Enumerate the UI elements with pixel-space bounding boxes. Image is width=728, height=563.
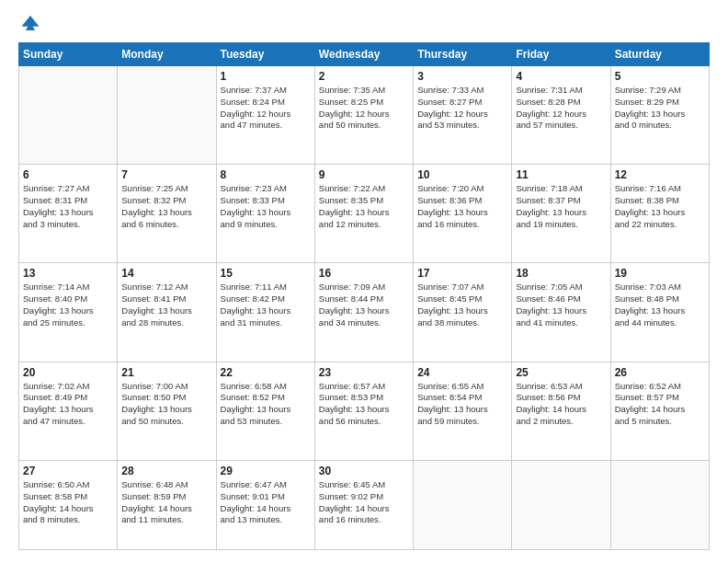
calendar-cell: 16Sunrise: 7:09 AM Sunset: 8:44 PM Dayli… [314, 263, 413, 362]
day-info: Sunrise: 7:16 AM Sunset: 8:38 PM Dayligh… [615, 183, 705, 230]
calendar-cell: 2Sunrise: 7:35 AM Sunset: 8:25 PM Daylig… [314, 66, 413, 165]
calendar-cell: 8Sunrise: 7:23 AM Sunset: 8:33 PM Daylig… [216, 165, 314, 263]
day-of-week-header: Tuesday [216, 43, 314, 66]
calendar-cell: 22Sunrise: 6:58 AM Sunset: 8:52 PM Dayli… [216, 362, 314, 460]
day-number: 1 [221, 70, 311, 83]
day-info: Sunrise: 7:09 AM Sunset: 8:44 PM Dayligh… [319, 282, 409, 328]
day-number: 24 [417, 366, 507, 379]
calendar-cell: 27Sunrise: 6:50 AM Sunset: 8:58 PM Dayli… [19, 460, 118, 549]
calendar-week-row: 20Sunrise: 7:02 AM Sunset: 8:49 PM Dayli… [19, 362, 710, 460]
header [18, 17, 710, 33]
day-info: Sunrise: 7:07 AM Sunset: 8:45 PM Dayligh… [417, 282, 507, 328]
calendar-cell: 17Sunrise: 7:07 AM Sunset: 8:45 PM Dayli… [414, 263, 512, 362]
calendar-week-row: 27Sunrise: 6:50 AM Sunset: 8:58 PM Dayli… [19, 460, 710, 549]
day-info: Sunrise: 7:31 AM Sunset: 8:28 PM Dayligh… [516, 85, 606, 132]
calendar-cell [610, 460, 709, 549]
calendar-cell [118, 66, 216, 165]
day-info: Sunrise: 7:00 AM Sunset: 8:50 PM Dayligh… [121, 381, 211, 428]
day-number: 27 [23, 465, 113, 477]
day-of-week-header: Sunday [19, 43, 118, 66]
day-info: Sunrise: 7:03 AM Sunset: 8:48 PM Dayligh… [615, 282, 705, 328]
calendar-cell: 20Sunrise: 7:02 AM Sunset: 8:49 PM Dayli… [19, 362, 118, 460]
calendar-cell: 6Sunrise: 7:27 AM Sunset: 8:31 PM Daylig… [19, 165, 118, 263]
day-info: Sunrise: 7:02 AM Sunset: 8:49 PM Dayligh… [23, 381, 113, 428]
day-number: 7 [121, 168, 211, 181]
day-number: 17 [417, 267, 507, 280]
day-number: 9 [319, 168, 409, 181]
day-info: Sunrise: 7:18 AM Sunset: 8:37 PM Dayligh… [516, 183, 606, 230]
day-info: Sunrise: 6:52 AM Sunset: 8:57 PM Dayligh… [615, 381, 705, 428]
calendar-cell: 13Sunrise: 7:14 AM Sunset: 8:40 PM Dayli… [19, 263, 118, 362]
calendar-cell: 11Sunrise: 7:18 AM Sunset: 8:37 PM Dayli… [512, 165, 610, 263]
day-number: 6 [23, 168, 113, 181]
day-info: Sunrise: 7:27 AM Sunset: 8:31 PM Dayligh… [23, 183, 113, 230]
calendar-cell: 15Sunrise: 7:11 AM Sunset: 8:42 PM Dayli… [216, 263, 314, 362]
day-of-week-header: Thursday [414, 43, 512, 66]
day-info: Sunrise: 6:45 AM Sunset: 9:02 PM Dayligh… [319, 479, 409, 526]
day-info: Sunrise: 7:20 AM Sunset: 8:36 PM Dayligh… [417, 183, 507, 230]
day-info: Sunrise: 6:53 AM Sunset: 8:56 PM Dayligh… [516, 381, 606, 428]
day-number: 22 [221, 366, 311, 379]
calendar-cell [19, 66, 118, 165]
calendar-cell: 9Sunrise: 7:22 AM Sunset: 8:35 PM Daylig… [314, 165, 413, 263]
day-info: Sunrise: 7:25 AM Sunset: 8:32 PM Dayligh… [121, 183, 211, 230]
calendar-cell: 23Sunrise: 6:57 AM Sunset: 8:53 PM Dayli… [314, 362, 413, 460]
day-info: Sunrise: 6:50 AM Sunset: 8:58 PM Dayligh… [23, 479, 113, 526]
calendar-cell: 19Sunrise: 7:03 AM Sunset: 8:48 PM Dayli… [610, 263, 709, 362]
calendar-cell: 24Sunrise: 6:55 AM Sunset: 8:54 PM Dayli… [414, 362, 512, 460]
calendar-cell: 29Sunrise: 6:47 AM Sunset: 9:01 PM Dayli… [216, 460, 314, 549]
calendar-cell: 7Sunrise: 7:25 AM Sunset: 8:32 PM Daylig… [118, 165, 216, 263]
day-info: Sunrise: 7:33 AM Sunset: 8:27 PM Dayligh… [417, 85, 507, 132]
calendar-table: SundayMondayTuesdayWednesdayThursdayFrid… [18, 42, 710, 550]
calendar-cell: 12Sunrise: 7:16 AM Sunset: 8:38 PM Dayli… [610, 165, 709, 263]
calendar-cell: 21Sunrise: 7:00 AM Sunset: 8:50 PM Dayli… [118, 362, 216, 460]
calendar-header-row: SundayMondayTuesdayWednesdayThursdayFrid… [19, 43, 710, 66]
logo [18, 17, 40, 33]
calendar-cell [512, 460, 610, 549]
day-number: 4 [516, 70, 606, 83]
day-info: Sunrise: 7:05 AM Sunset: 8:46 PM Dayligh… [516, 282, 606, 328]
day-number: 28 [121, 465, 211, 477]
day-number: 25 [516, 366, 606, 379]
day-number: 23 [319, 366, 409, 379]
day-of-week-header: Wednesday [314, 43, 413, 66]
page: SundayMondayTuesdayWednesdayThursdayFrid… [0, 0, 728, 563]
day-info: Sunrise: 6:58 AM Sunset: 8:52 PM Dayligh… [221, 381, 311, 428]
calendar-cell: 5Sunrise: 7:29 AM Sunset: 8:29 PM Daylig… [610, 66, 709, 165]
day-number: 26 [615, 366, 705, 379]
day-number: 5 [615, 70, 705, 83]
calendar-cell: 28Sunrise: 6:48 AM Sunset: 8:59 PM Dayli… [118, 460, 216, 549]
day-info: Sunrise: 6:47 AM Sunset: 9:01 PM Dayligh… [221, 479, 311, 526]
logo-icon [20, 13, 40, 33]
day-number: 15 [221, 267, 311, 280]
day-info: Sunrise: 7:23 AM Sunset: 8:33 PM Dayligh… [221, 183, 311, 230]
day-number: 21 [121, 366, 211, 379]
calendar-week-row: 1Sunrise: 7:37 AM Sunset: 8:24 PM Daylig… [19, 66, 710, 165]
day-number: 3 [417, 70, 507, 83]
day-info: Sunrise: 7:12 AM Sunset: 8:41 PM Dayligh… [121, 282, 211, 328]
day-of-week-header: Monday [118, 43, 216, 66]
calendar-cell: 18Sunrise: 7:05 AM Sunset: 8:46 PM Dayli… [512, 263, 610, 362]
day-info: Sunrise: 7:29 AM Sunset: 8:29 PM Dayligh… [615, 85, 705, 132]
day-info: Sunrise: 7:11 AM Sunset: 8:42 PM Dayligh… [221, 282, 311, 328]
calendar-cell: 4Sunrise: 7:31 AM Sunset: 8:28 PM Daylig… [512, 66, 610, 165]
day-info: Sunrise: 7:14 AM Sunset: 8:40 PM Dayligh… [23, 282, 113, 328]
day-info: Sunrise: 7:22 AM Sunset: 8:35 PM Dayligh… [319, 183, 409, 230]
calendar-cell: 30Sunrise: 6:45 AM Sunset: 9:02 PM Dayli… [314, 460, 413, 549]
calendar-cell: 26Sunrise: 6:52 AM Sunset: 8:57 PM Dayli… [610, 362, 709, 460]
day-info: Sunrise: 6:57 AM Sunset: 8:53 PM Dayligh… [319, 381, 409, 428]
calendar-cell: 25Sunrise: 6:53 AM Sunset: 8:56 PM Dayli… [512, 362, 610, 460]
calendar-cell [414, 460, 512, 549]
day-info: Sunrise: 6:55 AM Sunset: 8:54 PM Dayligh… [417, 381, 507, 428]
day-info: Sunrise: 7:35 AM Sunset: 8:25 PM Dayligh… [319, 85, 409, 132]
day-number: 30 [319, 465, 409, 477]
day-number: 2 [319, 70, 409, 83]
day-info: Sunrise: 6:48 AM Sunset: 8:59 PM Dayligh… [121, 479, 211, 526]
day-number: 18 [516, 267, 606, 280]
day-number: 13 [23, 267, 113, 280]
day-number: 14 [121, 267, 211, 280]
day-info: Sunrise: 7:37 AM Sunset: 8:24 PM Dayligh… [221, 85, 311, 132]
day-of-week-header: Friday [512, 43, 610, 66]
day-number: 8 [221, 168, 311, 181]
day-of-week-header: Saturday [610, 43, 709, 66]
